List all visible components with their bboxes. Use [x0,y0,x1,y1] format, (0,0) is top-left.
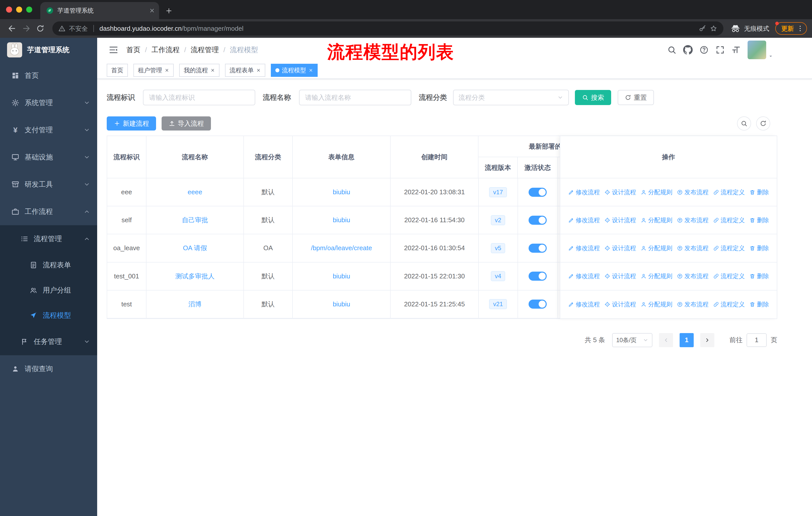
design-process-button[interactable]: 设计流程 [604,272,636,280]
sidebar-item-payment[interactable]: ¥ 支付管理 [0,116,97,144]
sidebar-item-user-group[interactable]: 用户分组 [0,278,97,303]
row-form-link[interactable]: /bpm/oa/leave/create [311,244,372,252]
assign-rule-button[interactable]: 分配规则 [641,188,672,196]
page-size-select[interactable]: 10条/页 [612,333,652,347]
design-process-button[interactable]: 设计流程 [604,300,636,308]
help-icon[interactable] [699,45,709,55]
user-menu[interactable] [748,40,774,59]
browser-tab[interactable]: 芋道管理系统 [40,2,159,19]
tag-process-form[interactable]: 流程表单 [225,64,265,77]
current-page-button[interactable]: 1 [679,333,694,347]
row-form-link[interactable]: biubiu [333,216,350,224]
row-name-link[interactable]: 自己审批 [182,216,208,224]
close-icon[interactable] [309,68,313,73]
reload-button[interactable] [33,21,47,35]
sidebar-item-process-form[interactable]: 流程表单 [0,252,97,278]
minimize-window-button[interactable] [16,6,22,12]
sidebar-item-task-management[interactable]: 任务管理 [0,328,97,355]
sidebar-item-process-management[interactable]: 流程管理 [0,225,97,252]
browser-menu-update-button[interactable]: 更新 [775,22,807,35]
process-definition-button[interactable]: 流程定义 [713,300,745,308]
sidebar-item-leave-query[interactable]: 请假查询 [0,355,97,382]
active-toggle[interactable] [529,272,547,281]
font-size-icon[interactable] [731,45,741,55]
sidebar-item-workflow[interactable]: 工作流程 [0,198,97,225]
row-form-link[interactable]: biubiu [333,188,350,196]
avatar[interactable] [748,40,766,59]
close-icon[interactable] [210,68,215,73]
edit-process-button[interactable]: 修改流程 [568,300,600,308]
assign-rule-button[interactable]: 分配规则 [641,300,672,308]
new-tab-button[interactable] [165,7,173,15]
tag-process-model[interactable]: 流程模型 [271,64,318,77]
sidebar-item-infra[interactable]: 基础设施 [0,144,97,171]
tag-my-process[interactable]: 我的流程 [179,64,220,77]
delete-process-button[interactable]: 删除 [749,216,769,224]
edit-process-button[interactable]: 修改流程 [568,188,600,196]
goto-page-input[interactable] [747,333,767,347]
create-process-button[interactable]: 新建流程 [107,116,156,131]
publish-process-button[interactable]: 发布流程 [677,300,708,308]
assign-rule-button[interactable]: 分配规则 [641,272,672,280]
row-name-link[interactable]: eeee [188,188,202,196]
close-window-button[interactable] [6,6,12,12]
design-process-button[interactable]: 设计流程 [604,188,636,196]
refresh-table-button[interactable] [756,116,770,131]
forward-button[interactable] [19,21,33,35]
row-form-link[interactable]: biubiu [333,300,350,308]
delete-process-button[interactable]: 删除 [749,300,769,308]
fullscreen-icon[interactable] [715,45,725,55]
edit-process-button[interactable]: 修改流程 [568,272,600,280]
more-menu-icon[interactable] [796,25,804,32]
tab-close-icon[interactable] [149,7,155,13]
process-definition-button[interactable]: 流程定义 [713,216,745,224]
back-button[interactable] [5,21,19,35]
import-process-button[interactable]: 导入流程 [162,116,211,131]
edit-process-button[interactable]: 修改流程 [568,216,600,224]
active-toggle[interactable] [529,216,547,225]
tag-home[interactable]: 首页 [107,64,128,77]
prev-page-button[interactable] [659,333,673,347]
next-page-button[interactable] [700,333,714,347]
breadcrumb-process-management[interactable]: 流程管理 [191,45,219,55]
reset-button[interactable]: 重置 [618,90,654,105]
breadcrumb-workflow[interactable]: 工作流程 [151,45,180,55]
search-icon[interactable] [667,45,676,55]
row-name-link[interactable]: OA 请假 [183,244,207,252]
bookmark-star-icon[interactable] [710,25,717,32]
active-toggle[interactable] [529,188,547,197]
delete-process-button[interactable]: 删除 [749,272,769,280]
sidebar-item-system[interactable]: 系统管理 [0,89,97,116]
publish-process-button[interactable]: 发布流程 [677,272,708,280]
app-logo-row[interactable]: 芋道管理系统 [0,38,97,62]
active-toggle[interactable] [529,300,547,309]
assign-rule-button[interactable]: 分配规则 [641,244,672,252]
breadcrumb-home[interactable]: 首页 [126,45,141,55]
publish-process-button[interactable]: 发布流程 [677,244,708,252]
hamburger-icon[interactable] [109,45,118,55]
tag-tenant[interactable]: 租户管理 [134,64,174,77]
close-icon[interactable] [256,68,261,73]
publish-process-button[interactable]: 发布流程 [677,188,708,196]
assign-rule-button[interactable]: 分配规则 [641,216,672,224]
process-definition-button[interactable]: 流程定义 [713,272,745,280]
edit-process-button[interactable]: 修改流程 [568,244,600,252]
process-name-input[interactable] [299,90,411,105]
row-form-link[interactable]: biubiu [333,272,350,280]
sidebar-item-process-model[interactable]: 流程模型 [0,303,97,328]
publish-process-button[interactable]: 发布流程 [677,216,708,224]
process-definition-button[interactable]: 流程定义 [713,188,745,196]
process-category-select[interactable]: 流程分类 [453,90,569,105]
toggle-search-button[interactable] [737,116,751,131]
design-process-button[interactable]: 设计流程 [604,216,636,224]
sidebar-item-devtools[interactable]: 研发工具 [0,171,97,198]
design-process-button[interactable]: 设计流程 [604,244,636,252]
search-button[interactable]: 搜索 [575,90,611,105]
password-key-icon[interactable] [699,25,706,32]
delete-process-button[interactable]: 删除 [749,188,769,196]
row-name-link[interactable]: 滔博 [188,300,201,309]
sidebar-item-home[interactable]: 首页 [0,62,97,89]
active-toggle[interactable] [529,244,547,253]
close-icon[interactable] [165,68,169,73]
process-id-input[interactable] [143,90,255,105]
